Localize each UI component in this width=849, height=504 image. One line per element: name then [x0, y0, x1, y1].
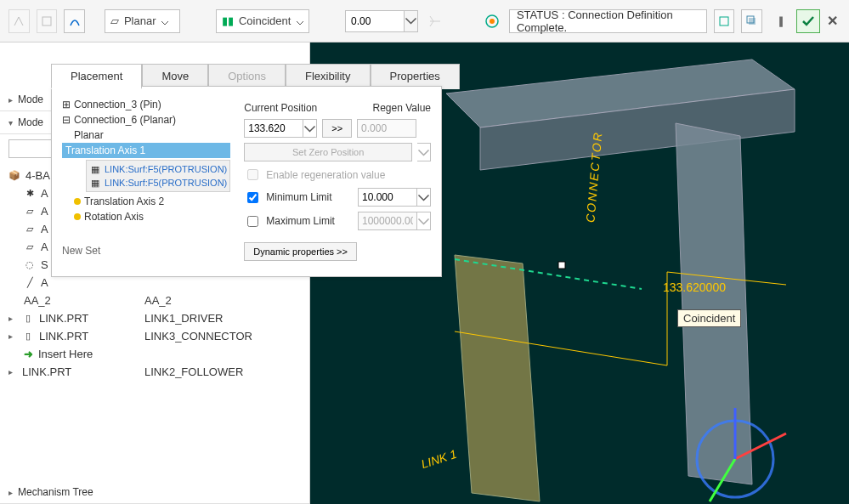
placement-panel: ⊞ Connection_3 (Pin) ⊟ Connection_6 (Pla… — [51, 86, 442, 277]
copy-to-regen-button[interactable]: >> — [322, 119, 352, 138]
plane-icon: ▱ — [24, 224, 36, 235]
surface-ref-1[interactable]: ▦LINK:Surf:F5(PROTRUSION) — [88, 162, 228, 176]
coincident-dropdown[interactable]: ▮▮ Coincident — [216, 9, 309, 33]
apply-button[interactable] — [796, 9, 820, 33]
status-text: STATUS : Connection Definition Complete. — [509, 9, 707, 33]
axis-icon: ╱ — [24, 277, 36, 289]
toolbar-icon-curve[interactable] — [64, 9, 85, 33]
surface-icon: ▦ — [89, 163, 101, 175]
assembly-icon: 📦 — [8, 170, 20, 182]
enable-regen-checkbox — [247, 169, 258, 180]
toolbar-option-1[interactable] — [714, 9, 735, 33]
translation-axis-1-row[interactable]: Translation Axis 1 — [62, 143, 230, 158]
min-limit-input[interactable] — [358, 188, 417, 207]
insert-arrow-icon: ➜ — [24, 348, 33, 360]
top-toolbar: ▱ Planar ▮▮ Coincident STATUS : Connecti… — [0, 0, 849, 42]
regen-value-label: Regen Value — [340, 102, 431, 114]
sketch-icon: ◌ — [24, 259, 36, 271]
dimension-value[interactable]: 133.620000 — [663, 280, 726, 294]
expand-icon[interactable]: ▸ — [8, 331, 17, 341]
reference-list: ▦LINK:Surf:F5(PROTRUSION) ▦LINK:Surf:F5(… — [86, 160, 230, 192]
svg-rect-17 — [749, 18, 756, 25]
cancel-button[interactable]: ✕ — [824, 13, 841, 30]
min-limit-checkbox[interactable] — [247, 192, 258, 203]
svg-point-15 — [490, 19, 495, 24]
rotation-axis-row[interactable]: Rotation Axis — [62, 209, 230, 224]
part-icon: ▯ — [22, 313, 34, 325]
min-dropdown-caret[interactable] — [417, 188, 431, 207]
regen-value-input — [357, 119, 416, 138]
tree-label: LINK1_DRIVER — [144, 309, 301, 327]
collapse-icon[interactable]: ⊟ — [62, 114, 71, 126]
insert-marker[interactable]: ➜ Insert Here — [8, 345, 144, 363]
max-dropdown-caret — [417, 212, 431, 230]
svg-rect-12 — [558, 262, 565, 269]
max-limit-checkbox[interactable] — [247, 216, 258, 227]
svg-rect-16 — [720, 17, 728, 25]
planar-row[interactable]: Planar — [62, 127, 230, 143]
chevron-down-icon — [161, 17, 169, 25]
expand-icon[interactable]: ▸ — [8, 314, 17, 323]
current-position-label: Current Position — [244, 102, 335, 114]
pause-button[interactable]: ∥ — [769, 9, 793, 33]
tree-label: AA_2 — [144, 292, 301, 309]
offset-value-input[interactable] — [345, 10, 405, 32]
expand-icon[interactable]: ▸ — [8, 367, 17, 377]
svg-rect-13 — [42, 17, 51, 25]
dynamic-properties-button[interactable]: Dynamic properties >> — [244, 242, 357, 261]
constraint-settings: Current Position Regen Value >> Set Zero… — [244, 97, 431, 266]
chevron-down-icon — [296, 17, 304, 25]
planar-icon: ▱ — [110, 14, 119, 27]
connection-tree: ⊞ Connection_3 (Pin) ⊟ Connection_6 (Pla… — [62, 97, 230, 266]
current-position-input[interactable] — [244, 119, 303, 138]
plane-icon: ▱ — [24, 241, 36, 253]
tree-item[interactable]: ▸LINK.PRT — [8, 363, 144, 381]
translation-axis-2-row[interactable]: Translation Axis 2 — [62, 194, 230, 209]
position-dropdown-caret[interactable] — [303, 119, 317, 138]
tree-item[interactable]: ▸▯LINK.PRT — [8, 327, 144, 345]
surface-ref-2[interactable]: ▦LINK:Surf:F5(PROTRUSION) — [88, 176, 228, 190]
svg-marker-3 — [455, 255, 540, 501]
tree-label: LINK3_CONNECTOR — [144, 327, 301, 345]
tree-item[interactable]: AA_2 — [8, 292, 144, 309]
connection-6-row[interactable]: ⊟ Connection_6 (Planar) — [62, 112, 230, 127]
tree-item[interactable]: ▸▯LINK.PRT — [8, 309, 144, 327]
max-limit-input — [358, 212, 417, 230]
enable-regen-label: Enable regeneration value — [266, 169, 385, 181]
tree-label — [144, 345, 301, 363]
coincident-label[interactable]: Coincident — [677, 309, 741, 327]
coincident-icon: ▮▮ — [222, 14, 234, 27]
min-limit-label: Minimum Limit — [266, 191, 353, 203]
status-icon — [482, 9, 502, 33]
surface-icon: ▦ — [89, 177, 101, 189]
plane-icon: ▱ — [24, 206, 36, 218]
expand-icon[interactable]: ⊞ — [62, 99, 71, 110]
toolbar-option-2[interactable] — [741, 9, 762, 33]
mechanism-tree-header[interactable]: Mechanism Tree — [0, 481, 309, 504]
constraint-type-dropdown[interactable]: ▱ Planar — [105, 9, 180, 33]
incomplete-bullet-icon — [74, 198, 81, 205]
tab-placement[interactable]: Placement — [51, 64, 142, 89]
flip-icon — [425, 9, 445, 33]
toolbar-icon-1 — [8, 9, 30, 33]
toolbar-icon-2 — [37, 9, 58, 33]
datum-icon: ✱ — [24, 188, 36, 200]
zero-dropdown-caret[interactable] — [417, 143, 431, 161]
set-zero-button: Set Zero Position — [244, 143, 412, 161]
offset-dropdown-caret[interactable] — [405, 10, 418, 32]
connection-3-row[interactable]: ⊞ Connection_3 (Pin) — [62, 97, 230, 112]
max-limit-label: Maximum Limit — [266, 215, 353, 227]
tree-label: LINK2_FOLLOWER — [144, 363, 301, 381]
incomplete-bullet-icon — [74, 213, 81, 220]
svg-marker-2 — [676, 123, 752, 484]
new-set-link[interactable]: New Set — [62, 245, 230, 257]
part-icon: ▯ — [22, 331, 34, 343]
